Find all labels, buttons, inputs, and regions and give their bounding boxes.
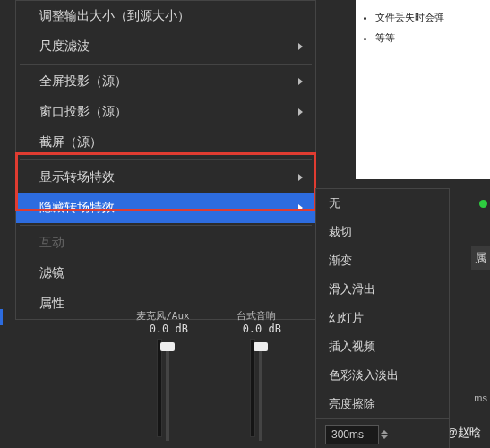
menu-filters[interactable]: 滤镜 (16, 258, 315, 289)
selection-indicator (0, 309, 3, 325)
audio-mixer: 麦克风/Aux 0.0 dB 台式音响 0.0 dB (134, 309, 285, 444)
doc-item: 文件丢失时会弹 (375, 11, 483, 24)
transition-insert-video[interactable]: 插入视频 (316, 332, 449, 361)
transition-luma-wipe[interactable]: 亮度擦除 (316, 390, 449, 418)
transition-color-fade[interactable]: 色彩淡入淡出 (316, 361, 449, 390)
transition-none[interactable]: 无 (316, 189, 449, 218)
channel-db: 0.0 dB (134, 323, 192, 335)
ms-unit-label: ms (474, 392, 487, 403)
menu-resize-output[interactable]: 调整输出大小（到源大小） (16, 1, 315, 31)
channel-label: 台式音响 (228, 309, 285, 323)
chevron-right-icon (298, 204, 303, 211)
menu-separator (20, 225, 312, 226)
transition-fade[interactable]: 渐变 (316, 246, 449, 275)
slider-thumb[interactable] (160, 342, 175, 351)
chevron-right-icon (298, 174, 303, 181)
transition-submenu: 无 裁切 渐变 滑入滑出 幻灯片 插入视频 色彩淡入淡出 亮度擦除 (315, 188, 450, 448)
chevron-right-icon (298, 78, 303, 85)
menu-interact: 互动 (16, 228, 315, 258)
transition-duration-row (316, 418, 449, 448)
menu-show-transition[interactable]: 显示转场特效 (16, 162, 315, 193)
channel-db: 0.0 dB (228, 323, 285, 335)
context-menu: 调整输出大小（到源大小） 尺度滤波 全屏投影（源） 窗口投影（源） 截屏（源） … (15, 0, 316, 320)
volume-slider[interactable] (259, 342, 262, 441)
menu-screenshot[interactable]: 截屏（源） (16, 127, 315, 158)
duration-input[interactable] (325, 425, 379, 444)
menu-fullscreen-projector[interactable]: 全屏投影（源） (16, 66, 315, 97)
side-panel-label: 属 (471, 246, 490, 270)
chevron-right-icon (298, 43, 303, 50)
duration-spinner[interactable] (381, 430, 388, 439)
menu-hide-transition[interactable]: 隐藏转场特效 (16, 193, 315, 223)
menu-scale-filter[interactable]: 尺度滤波 (16, 31, 315, 62)
mixer-channel-desktop: 台式音响 0.0 dB (228, 309, 285, 444)
channel-label: 麦克风/Aux (134, 309, 192, 323)
menu-separator (20, 159, 312, 160)
slider-thumb[interactable] (254, 342, 268, 351)
transition-cut[interactable]: 裁切 (316, 218, 449, 246)
author-handle: @赵晗 (446, 425, 481, 441)
chevron-right-icon (298, 108, 303, 116)
document-panel: 文件丢失时会弹 等等 (356, 0, 490, 179)
vu-meter (157, 339, 162, 437)
menu-separator (20, 64, 312, 65)
transition-slideshow[interactable]: 幻灯片 (316, 304, 449, 332)
doc-item: 等等 (375, 31, 483, 45)
vu-meter (250, 339, 255, 437)
transition-slide[interactable]: 滑入滑出 (316, 275, 449, 304)
volume-slider[interactable] (166, 342, 169, 441)
mixer-channel-mic: 麦克风/Aux 0.0 dB (134, 309, 192, 444)
status-dot (479, 200, 487, 208)
menu-window-projector[interactable]: 窗口投影（源） (16, 97, 315, 127)
